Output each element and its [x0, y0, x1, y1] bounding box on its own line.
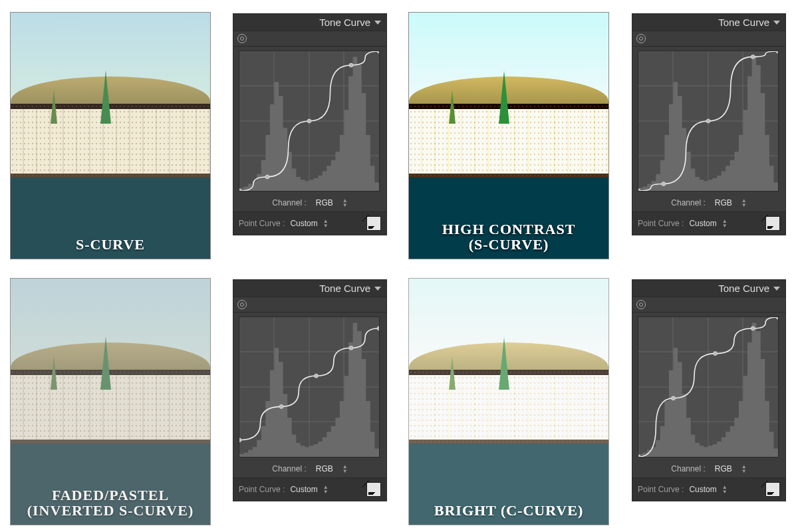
channel-value: RGB	[715, 198, 732, 207]
photo-caption: FADED/PASTEL (INVERTED S-CURVE)	[11, 487, 210, 518]
point-curve-value: Custom	[689, 485, 716, 494]
channel-label: Channel :	[671, 198, 705, 207]
point-curve-value: Custom	[290, 219, 317, 228]
target-adjust-icon[interactable]	[636, 300, 646, 309]
channel-label: Channel :	[272, 198, 306, 207]
target-adjust-icon[interactable]	[237, 34, 247, 43]
panel-title: Tone Curve	[718, 17, 769, 28]
panel-title: Tone Curve	[718, 283, 769, 294]
channel-row[interactable]: Channel : RGB ▲▼	[233, 460, 386, 477]
example-photo-bright: BRIGHT (C-CURVE)	[408, 278, 609, 525]
svg-point-32	[377, 327, 379, 331]
tone-curve-plot[interactable]	[239, 51, 380, 192]
example-photo-high-contrast: HIGH CONTRAST (S-CURVE)	[408, 12, 609, 259]
collapse-icon[interactable]	[374, 287, 381, 291]
stepper-icon[interactable]: ▲▼	[722, 485, 728, 494]
point-curve-label: Point Curve :	[638, 219, 684, 228]
stepper-icon[interactable]: ▲▼	[741, 464, 747, 473]
svg-point-43	[776, 317, 778, 319]
panel-titlebar[interactable]: Tone Curve	[233, 280, 386, 297]
edit-point-curve-icon[interactable]	[366, 216, 381, 231]
stepper-icon[interactable]: ▲▼	[342, 464, 348, 473]
svg-point-28	[239, 438, 241, 442]
panel-titlebar[interactable]: Tone Curve	[632, 14, 785, 31]
example-photo-faded-pastel: FADED/PASTEL (INVERTED S-CURVE)	[10, 278, 211, 525]
photo-caption: S-CURVE	[11, 237, 210, 252]
svg-point-30	[315, 374, 319, 378]
edit-point-curve-icon[interactable]	[765, 482, 780, 497]
channel-value: RGB	[715, 464, 732, 473]
tone-curve-panel-s-curve: Tone Curve Channel :	[233, 13, 387, 235]
svg-point-20	[751, 55, 755, 59]
collapse-icon[interactable]	[374, 21, 381, 25]
point-curve-value: Custom	[689, 219, 716, 228]
panel-title: Tone Curve	[319, 283, 370, 294]
channel-value: RGB	[316, 198, 333, 207]
edit-point-curve-icon[interactable]	[765, 216, 780, 231]
channel-value: RGB	[316, 464, 333, 473]
svg-point-31	[349, 346, 353, 350]
channel-label: Channel :	[671, 464, 705, 473]
photo-caption: HIGH CONTRAST (S-CURVE)	[409, 221, 608, 252]
svg-point-40	[672, 396, 676, 400]
point-curve-label: Point Curve :	[239, 219, 285, 228]
channel-row[interactable]: Channel : RGB ▲▼	[632, 460, 785, 477]
edit-point-curve-icon[interactable]	[366, 482, 381, 497]
panel-title: Tone Curve	[319, 17, 370, 28]
collapse-icon[interactable]	[773, 21, 780, 25]
point-curve-label: Point Curve :	[638, 485, 684, 494]
svg-point-10	[377, 51, 379, 53]
tone-curve-panel-high-contrast: Tone Curve Channel :	[632, 13, 786, 235]
channel-row[interactable]: Channel : RGB ▲▼	[632, 194, 785, 211]
photo-caption: BRIGHT (C-CURVE)	[409, 503, 608, 518]
stepper-icon[interactable]: ▲▼	[342, 198, 348, 207]
point-curve-label: Point Curve :	[239, 485, 285, 494]
stepper-icon[interactable]: ▲▼	[741, 198, 747, 207]
target-adjust-icon[interactable]	[237, 300, 247, 309]
comparison-grid: S-CURVE Tone Curve	[0, 0, 798, 532]
svg-point-42	[751, 327, 755, 331]
channel-row[interactable]: Channel : RGB ▲▼	[233, 194, 386, 211]
svg-point-29	[279, 404, 283, 408]
stepper-icon[interactable]: ▲▼	[323, 219, 329, 228]
stepper-icon[interactable]: ▲▼	[323, 485, 329, 494]
svg-point-9	[349, 63, 353, 67]
svg-point-21	[776, 51, 778, 53]
tone-curve-panel-bright: Tone Curve Channel :	[632, 279, 786, 501]
target-adjust-icon[interactable]	[636, 34, 646, 43]
svg-point-41	[714, 352, 718, 356]
point-curve-value: Custom	[290, 485, 317, 494]
svg-point-18	[662, 182, 666, 186]
tone-curve-panel-faded-pastel: Tone Curve Channel :	[233, 279, 387, 501]
channel-label: Channel :	[272, 464, 306, 473]
svg-point-19	[706, 119, 710, 123]
svg-point-8	[307, 119, 311, 123]
example-photo-s-curve: S-CURVE	[10, 12, 211, 259]
svg-point-7	[265, 175, 269, 179]
panel-titlebar[interactable]: Tone Curve	[632, 280, 785, 297]
panel-titlebar[interactable]: Tone Curve	[233, 14, 386, 31]
tone-curve-plot[interactable]	[239, 317, 380, 458]
tone-curve-plot[interactable]	[638, 317, 779, 458]
stepper-icon[interactable]: ▲▼	[722, 219, 728, 228]
collapse-icon[interactable]	[773, 287, 780, 291]
tone-curve-plot[interactable]	[638, 51, 779, 192]
